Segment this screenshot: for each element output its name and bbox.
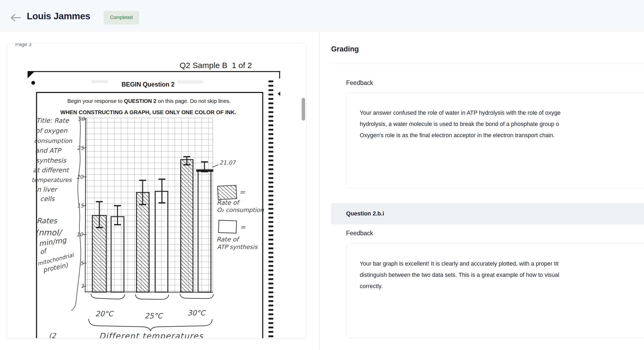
svg-text:synthesis: synthesis	[36, 157, 66, 164]
page-title-student-name: Louis Jammes	[27, 11, 90, 21]
x-axis-labels: 20°C 25°C 30°C Different temperatures	[89, 294, 213, 338]
hatched-box-icon	[218, 185, 237, 200]
question-section-label: Question 2.b.i	[346, 203, 384, 224]
feedback-textbox-2[interactable]: Your bar graph is excellent! It is clear…	[347, 243, 644, 338]
handwritten-y-label: Rates (nmol/ min/mg of mitochondrial pro…	[35, 217, 75, 274]
feedback-text-line: Your answer confused the role of water i…	[360, 107, 644, 118]
svg-text:1: 1	[81, 283, 84, 289]
page-number-label: Page 3	[15, 43, 31, 47]
graph-ink-instruction: WHEN CONSTRUCTING A GRAPH, USE ONLY ONE …	[60, 109, 236, 115]
svg-text:at different: at different	[33, 166, 70, 174]
svg-text:=: =	[239, 188, 245, 196]
x-axis-brace	[89, 319, 212, 331]
begin-question-heading: BEGIN Question 2	[122, 81, 175, 88]
response-instruction: Begin your response to QUESTION 2 on thi…	[67, 98, 231, 104]
x-axis-title: Different temperatures	[99, 331, 203, 338]
feedback-text-line: Oxygen's role is as the final electron a…	[360, 130, 644, 141]
svg-text:20: 20	[77, 174, 84, 180]
feedback-text-line: Your bar graph is excellent! It is clear…	[360, 258, 644, 269]
exam-scan-page: Page 3 Q2 Sample B 1 of 2 BEGIN Question…	[7, 43, 306, 338]
graph-legend: = Rate of O₂ consumption = Rate of ATP s…	[217, 185, 264, 250]
feedback-text-line: distinguish between the two data sets. T…	[360, 269, 644, 281]
svg-text:Rate of: Rate of	[217, 199, 240, 206]
grading-panel: Grading Feedback Your answer confused th…	[320, 31, 644, 350]
svg-text:21.07: 21.07	[219, 159, 236, 166]
svg-text:Rate of: Rate of	[217, 236, 240, 243]
feedback-label-1: Feedback	[346, 79, 373, 87]
corner-handwriting: (2	[49, 332, 56, 338]
svg-text:(nmol/: (nmol/	[35, 228, 63, 237]
svg-text:ATP synthesis: ATP synthesis	[217, 244, 258, 250]
status-badge: Completed	[104, 11, 139, 24]
svg-text:20°C: 20°C	[95, 310, 114, 318]
svg-text:in liver: in liver	[35, 186, 58, 193]
svg-text:consumption: consumption	[34, 137, 72, 144]
registration-dot	[31, 81, 35, 85]
left-arrow-icon	[10, 13, 21, 23]
feedback-text-line: correctly.	[360, 281, 644, 292]
svg-text:O₂ consumption: O₂ consumption	[217, 207, 264, 213]
feedback-textbox-1[interactable]: Your answer confused the role of water i…	[347, 92, 644, 188]
document-viewer-panel: Page 3 Q2 Sample B 1 of 2 BEGIN Question…	[0, 31, 319, 350]
svg-text:30°C: 30°C	[187, 309, 206, 317]
bar	[137, 192, 149, 292]
corner-wedge	[28, 71, 35, 78]
svg-text:=: =	[240, 224, 246, 231]
sample-title: Q2 Sample B 1 of 2	[180, 61, 252, 70]
scanned-page-card: Page 3 Q2 Sample B 1 of 2 BEGIN Question…	[7, 43, 306, 338]
svg-text:of: of	[39, 247, 48, 256]
svg-text:25: 25	[77, 145, 84, 151]
header-bar: Louis Jammes Completed	[0, 0, 644, 31]
svg-text:of oxygen: of oxygen	[36, 127, 67, 135]
open-box-icon	[218, 220, 237, 233]
edge-notch	[278, 92, 280, 96]
document-scrollbar-thumb[interactable]	[302, 98, 305, 121]
handwritten-chart-title: Title: Rate of oxygen consumption and AT…	[32, 117, 72, 203]
svg-text:Title: Rate: Title: Rate	[36, 117, 69, 124]
grading-panel-title: Grading	[331, 45, 359, 53]
svg-text:cells: cells	[40, 195, 55, 203]
section-header-question-2bi[interactable]: Question 2.b.i	[331, 203, 644, 224]
app-window: Louis Jammes Completed Page 3	[0, 0, 644, 350]
perforation-strip	[268, 80, 273, 338]
back-arrow-icon[interactable]	[10, 13, 21, 23]
svg-text:25°C: 25°C	[145, 312, 163, 320]
svg-text:min/mg: min/mg	[38, 236, 67, 248]
section-divider	[331, 64, 644, 64]
feedback-label-2: Feedback	[346, 230, 373, 237]
bar-value-annotation: 21.07	[212, 159, 236, 167]
feedback-text-line: hydrolysis, a water molecule is used to …	[360, 118, 644, 130]
svg-text:and ATP: and ATP	[35, 147, 62, 154]
svg-text:temperatures: temperatures	[32, 177, 72, 183]
svg-text:15: 15	[77, 202, 84, 209]
bar	[181, 160, 193, 292]
svg-text:Rates: Rates	[37, 217, 58, 225]
